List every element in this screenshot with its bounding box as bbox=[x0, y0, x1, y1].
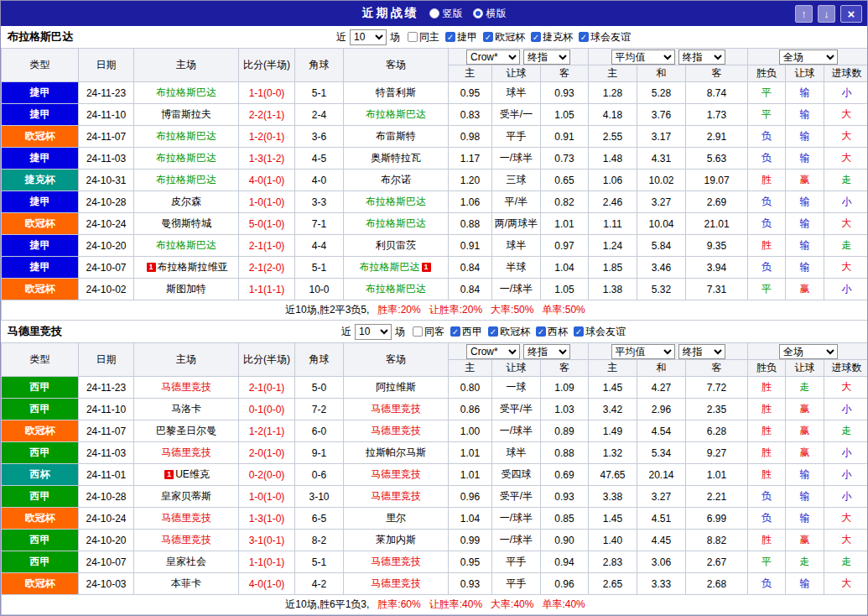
away-team-name: 阿拉维斯 bbox=[376, 381, 416, 393]
filter-checkbox-option[interactable]: 同主 bbox=[408, 30, 439, 44]
filter-checkbox-option[interactable]: 捷甲 bbox=[445, 30, 477, 44]
away-team-name[interactable]: 布拉格斯巴达 bbox=[360, 261, 420, 273]
home-team-name[interactable]: 马德里竞技 bbox=[161, 381, 211, 393]
result-goals-cell: 大 bbox=[824, 377, 868, 399]
handicap-cell: 球半 bbox=[492, 82, 541, 104]
title-group: 近期战绩 竖版 横版 bbox=[362, 6, 507, 21]
home-team-name[interactable]: 马德里竞技 bbox=[161, 512, 211, 524]
bookmaker-select[interactable]: Crow* bbox=[466, 50, 520, 65]
avg-draw-odds-cell: 4.45 bbox=[637, 530, 686, 551]
odds-group-header: 平均值终指 bbox=[589, 343, 748, 360]
filter-checkbox-option[interactable]: 同客 bbox=[413, 325, 444, 339]
filter-checkbox-option[interactable]: 欧冠杯 bbox=[488, 325, 530, 339]
score-cell[interactable]: 2-0(1-0) bbox=[239, 442, 295, 464]
filter-checkbox-option[interactable]: 西甲 bbox=[450, 325, 482, 339]
result-outcome-cell: 负 bbox=[748, 257, 786, 279]
filter-controls: 近10场同客西甲欧冠杯西杯球会友谊 bbox=[340, 324, 626, 340]
filter-checkbox-option[interactable]: 欧冠杯 bbox=[483, 30, 525, 44]
away-team-name[interactable]: 布拉格斯巴达 bbox=[366, 108, 426, 120]
score-cell[interactable]: 2-2(1-1) bbox=[239, 104, 295, 126]
away-team-name[interactable]: 马德里竞技 bbox=[371, 403, 421, 415]
score-cell[interactable]: 1-2(1-1) bbox=[239, 420, 295, 442]
sub-column-header: 客 bbox=[541, 65, 589, 82]
home-team-name[interactable]: 布拉格斯巴达 bbox=[156, 86, 216, 98]
result-outcome-cell: 负 bbox=[748, 148, 786, 170]
team-section: 马德里竞技近10场同客西甲欧冠杯西杯球会友谊类型日期主场比分(半场)角球客场Cr… bbox=[1, 321, 867, 615]
score-cell[interactable]: 2-1(2-0) bbox=[239, 257, 295, 279]
filter-checkbox-option[interactable]: 球会友谊 bbox=[574, 325, 626, 339]
score-cell[interactable]: 1-0(1-0) bbox=[239, 191, 295, 213]
layout-option-vertical[interactable]: 竖版 bbox=[429, 7, 463, 21]
home-team-name[interactable]: 布拉格斯巴达 bbox=[156, 152, 216, 164]
avg-stage-select[interactable]: 终指 bbox=[678, 50, 725, 65]
average-odds-select[interactable]: 平均值 bbox=[611, 50, 675, 65]
avg-draw-odds-cell: 3.46 bbox=[637, 257, 686, 279]
away-team-name[interactable]: 马德里竞技 bbox=[371, 490, 421, 502]
sub-column-header: 胜负 bbox=[748, 360, 786, 377]
score-cell[interactable]: 1-1(0-0) bbox=[239, 82, 295, 104]
home-team-name[interactable]: 马德里竞技 bbox=[161, 534, 211, 546]
scroll-down-button[interactable]: ↓ bbox=[818, 5, 835, 23]
filter-checkbox-option[interactable]: 捷克杯 bbox=[531, 30, 573, 44]
away-team-name[interactable]: 布拉格斯巴达 bbox=[366, 283, 426, 295]
avg-stage-select[interactable]: 终指 bbox=[678, 344, 725, 359]
odds-away-cell: 0.94 bbox=[541, 551, 589, 573]
score-cell[interactable]: 5-0(1-0) bbox=[239, 213, 295, 235]
score-cell[interactable]: 1-1(1-1) bbox=[239, 279, 295, 300]
away-team-name[interactable]: 马德里竞技 bbox=[371, 556, 421, 567]
match-row: 欧冠杯24-10-03本菲卡4-0(1-0)4-2马德里竞技0.93平手0.96… bbox=[2, 573, 868, 595]
away-team-name[interactable]: 布拉格斯巴达 bbox=[366, 196, 426, 207]
score-cell[interactable]: 0-1(0-0) bbox=[239, 399, 295, 420]
home-team-name[interactable]: 布拉格斯巴达 bbox=[156, 174, 216, 185]
league-badge: 欧冠杯 bbox=[2, 213, 79, 235]
filter-games-label: 场 bbox=[395, 325, 405, 339]
odds-stage-select[interactable]: 终指 bbox=[523, 50, 570, 65]
score-cell[interactable]: 4-0(1-0) bbox=[239, 170, 295, 191]
scope-select[interactable]: 全场 bbox=[779, 344, 838, 359]
score-cell[interactable]: 1-0(1-0) bbox=[239, 486, 295, 508]
result-goals-cell: 大 bbox=[824, 148, 868, 170]
avg-home-odds-cell: 1.28 bbox=[589, 82, 637, 104]
away-team-name[interactable]: 马德里竞技 bbox=[371, 425, 421, 436]
result-handicap-cell: 输 bbox=[786, 235, 824, 257]
scroll-up-button[interactable]: ↑ bbox=[795, 5, 813, 23]
score-cell[interactable]: 1-3(1-0) bbox=[239, 508, 295, 530]
home-team-cell: 1UE维克 bbox=[134, 464, 239, 486]
odds-stage-select[interactable]: 终指 bbox=[523, 344, 570, 359]
avg-home-odds-cell: 1.38 bbox=[589, 279, 637, 300]
column-header: 比分(半场) bbox=[239, 343, 295, 377]
checkbox-checked-icon bbox=[450, 326, 460, 337]
score-cell[interactable]: 0-2(0-0) bbox=[239, 464, 295, 486]
avg-away-odds-cell: 6.99 bbox=[686, 508, 748, 530]
match-count-select[interactable]: 10 bbox=[355, 324, 392, 340]
score-cell[interactable]: 1-1(0-1) bbox=[239, 551, 295, 573]
result-handicap-cell: 赢 bbox=[786, 530, 824, 551]
score-cell[interactable]: 4-0(1-0) bbox=[239, 573, 295, 595]
score-cell[interactable]: 3-1(0-1) bbox=[239, 530, 295, 551]
score-cell[interactable]: 1-2(0-1) bbox=[239, 126, 295, 148]
average-odds-select[interactable]: 平均值 bbox=[611, 344, 675, 359]
section-team-name: 马德里竞技 bbox=[8, 324, 62, 339]
away-team-name[interactable]: 马德里竞技 bbox=[371, 468, 421, 480]
away-team-name[interactable]: 马德里竞技 bbox=[371, 577, 421, 589]
summary-record: 近10场,胜2平3负5, bbox=[285, 304, 369, 316]
match-count-select[interactable]: 10 bbox=[350, 29, 387, 45]
layout-option-horizontal[interactable]: 横版 bbox=[473, 7, 507, 21]
score-cell[interactable]: 2-1(1-0) bbox=[239, 235, 295, 257]
away-team-name[interactable]: 布拉格斯巴达 bbox=[366, 217, 426, 229]
home-team-name[interactable]: 布拉格斯巴达 bbox=[156, 239, 216, 251]
bookmaker-select[interactable]: Crow* bbox=[466, 344, 520, 359]
score-cell[interactable]: 2-1(0-1) bbox=[239, 377, 295, 399]
close-button[interactable]: × bbox=[840, 5, 862, 23]
result-goals-cell: 大 bbox=[824, 573, 868, 595]
filter-checkbox-option[interactable]: 西杯 bbox=[536, 325, 568, 339]
scope-select[interactable]: 全场 bbox=[779, 50, 838, 65]
filter-checkbox-option[interactable]: 球会友谊 bbox=[579, 30, 631, 44]
league-badge: 捷甲 bbox=[2, 191, 79, 213]
home-team-cell: 皇家社会 bbox=[134, 551, 239, 573]
home-team-name[interactable]: 布拉格斯巴达 bbox=[156, 130, 216, 142]
score-cell[interactable]: 1-3(1-2) bbox=[239, 148, 295, 170]
home-team-name[interactable]: 马德里竞技 bbox=[161, 446, 211, 458]
handicap-cell: 平/半 bbox=[492, 191, 541, 213]
result-goals-cell: 走 bbox=[824, 235, 868, 257]
